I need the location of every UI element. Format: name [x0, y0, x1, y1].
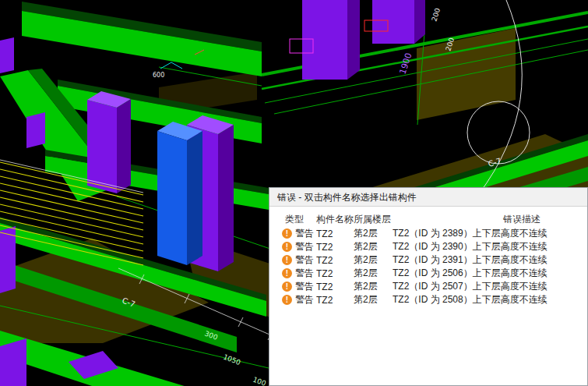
error-floor: 第2层	[354, 240, 393, 253]
warning-icon: !	[282, 255, 292, 265]
warning-icon: !	[282, 242, 292, 252]
error-description: TZ2（ID 为 2507）上下层高度不连续	[393, 280, 587, 293]
error-description: TZ2（ID 为 2390）上下层高度不连续	[393, 240, 587, 253]
warning-icon: !	[282, 268, 292, 278]
error-component-name[interactable]: TZ2	[316, 242, 354, 253]
error-table-header: 类型 构件名称 所属楼层 错误描述	[269, 211, 587, 227]
error-component-name[interactable]: TZ2	[316, 228, 354, 239]
error-row[interactable]: ! 警告 TZ2 第2层 TZ2（ID 为 2507）上下层高度不连续	[269, 280, 587, 293]
error-type-label: 警告	[295, 267, 314, 280]
error-floor: 第2层	[354, 227, 393, 240]
column-header-type: 类型	[269, 213, 316, 226]
error-type-cell: ! 警告	[269, 253, 316, 267]
error-description: TZ2（ID 为 2391）上下层高度不连续	[393, 253, 587, 267]
error-type-label: 警告	[295, 227, 314, 240]
error-floor: 第2层	[354, 267, 393, 280]
error-panel-title: 错误 - 双击构件名称选择出错构件	[269, 188, 587, 207]
error-component-name[interactable]: TZ2	[316, 255, 354, 266]
error-table: 类型 构件名称 所属楼层 错误描述 ! 警告 TZ2 第2层 TZ2（ID 为 …	[269, 207, 587, 385]
error-type-cell: ! 警告	[269, 280, 316, 293]
column-header-floor: 所属楼层	[354, 213, 393, 226]
error-type-cell: ! 警告	[269, 240, 316, 253]
warning-icon: !	[282, 282, 292, 292]
error-panel: 错误 - 双击构件名称选择出错构件 类型 构件名称 所属楼层 错误描述 ! 警告…	[269, 187, 588, 386]
error-row[interactable]: ! 警告 TZ2 第2层 TZ2（ID 为 2389）上下层高度不连续	[269, 227, 587, 240]
error-floor: 第2层	[354, 293, 393, 306]
error-floor: 第2层	[354, 280, 393, 293]
column-header-name: 构件名称	[316, 213, 354, 226]
error-row[interactable]: ! 警告 TZ2 第2层 TZ2（ID 为 2390）上下层高度不连续	[269, 240, 587, 253]
error-description: TZ2（ID 为 2389）上下层高度不连续	[393, 227, 587, 240]
error-description: TZ2（ID 为 2506）上下层高度不连续	[393, 267, 587, 280]
error-row[interactable]: ! 警告 TZ2 第2层 TZ2（ID 为 2508）上下层高度不连续	[269, 293, 587, 306]
error-component-name[interactable]: TZ2	[316, 282, 354, 292]
warning-icon: !	[282, 295, 292, 305]
error-component-name[interactable]: TZ2	[316, 295, 354, 306]
column-header-description: 错误描述	[393, 213, 587, 226]
error-type-cell: ! 警告	[269, 227, 316, 240]
error-type-label: 警告	[295, 293, 314, 306]
error-component-name[interactable]: TZ2	[316, 268, 354, 279]
column-blue	[157, 122, 202, 265]
error-row[interactable]: ! 警告 TZ2 第2层 TZ2（ID 为 2391）上下层高度不连续	[269, 253, 587, 267]
error-type-cell: ! 警告	[269, 293, 316, 306]
error-type-cell: ! 警告	[269, 267, 316, 280]
error-description: TZ2（ID 为 2508）上下层高度不连续	[393, 293, 587, 306]
error-type-label: 警告	[295, 253, 314, 267]
dim-label-600: 600	[153, 72, 164, 79]
warning-icon: !	[282, 228, 292, 239]
error-row[interactable]: ! 警告 TZ2 第2层 TZ2（ID 为 2506）上下层高度不连续	[269, 267, 587, 280]
error-floor: 第2层	[354, 253, 393, 267]
error-type-label: 警告	[295, 280, 314, 293]
error-type-label: 警告	[295, 240, 314, 253]
